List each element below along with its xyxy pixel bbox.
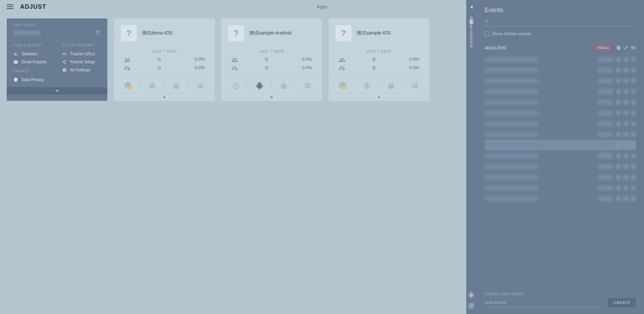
setup-header: SET UP YOUR APP	[62, 44, 101, 47]
edit-icon[interactable]	[624, 121, 628, 126]
event-name-redacted	[485, 175, 538, 180]
android-icon[interactable]	[468, 292, 474, 298]
create-event-button[interactable]: CREATE	[608, 298, 636, 307]
copy-icon[interactable]	[616, 68, 621, 72]
create-event-input[interactable]	[485, 298, 605, 307]
copy-icon[interactable]	[616, 78, 621, 83]
app-box[interactable]: ? 测试sample-Android LAST 7 DAYS 00.0%$00.…	[221, 18, 322, 101]
app-box[interactable]: ? 测试sample-IOS LAST 7 DAYS 00.0%$00.0%	[329, 18, 429, 101]
share-icon	[62, 60, 67, 64]
hide-icon[interactable]	[631, 143, 636, 147]
copy-icon[interactable]	[616, 143, 621, 147]
edit-icon[interactable]	[624, 164, 628, 169]
hide-icon[interactable]	[631, 132, 636, 137]
copy-icon[interactable]	[616, 186, 621, 190]
edit-icon[interactable]	[624, 186, 628, 190]
copy-icon[interactable]	[616, 196, 621, 201]
event-row[interactable]	[485, 193, 636, 204]
event-row[interactable]	[485, 150, 636, 161]
edit-icon[interactable]	[624, 196, 628, 201]
edit-icon[interactable]	[624, 89, 628, 94]
menu-data-privacy[interactable]: Data Privacy	[13, 76, 52, 84]
side-panel: 测试demo-Android Events Show hidden events…	[466, 0, 644, 314]
chevron-down-icon	[55, 90, 59, 92]
menu-tracker-urls[interactable]: Tracker URLs	[62, 50, 101, 58]
link-icon	[62, 52, 67, 56]
hide-icon[interactable]	[631, 121, 636, 126]
svg-text:$: $	[343, 68, 344, 70]
copy-icon[interactable]	[616, 57, 621, 62]
edit-icon[interactable]	[624, 57, 628, 62]
edit-icon[interactable]	[624, 153, 628, 158]
event-token-redacted	[598, 121, 613, 126]
page-title: Apps	[317, 4, 327, 9]
event-token-redacted	[598, 164, 613, 169]
events-search[interactable]	[485, 19, 636, 26]
event-row[interactable]	[485, 129, 636, 140]
edit-icon[interactable]	[624, 78, 628, 83]
stat-value: 0	[245, 65, 288, 70]
edit-icon[interactable]	[624, 175, 628, 180]
copy-icon[interactable]	[616, 100, 621, 105]
users-icon	[124, 57, 131, 62]
event-row[interactable]	[485, 118, 636, 129]
event-row[interactable]	[485, 65, 636, 75]
menu-email-reports[interactable]: Email Reports	[13, 58, 52, 66]
event-row[interactable]	[485, 140, 636, 150]
event-row[interactable]	[485, 54, 636, 65]
hide-icon[interactable]	[631, 175, 636, 180]
expand-button[interactable]	[329, 93, 429, 101]
menu-partner-setup[interactable]: Partner Setup	[62, 58, 101, 66]
copy-icon[interactable]	[616, 121, 621, 126]
app-box[interactable]: ? 测试demo-IOS LAST 7 DAYS 00.0%$00.0%	[114, 18, 215, 101]
show-hidden-checkbox[interactable]: Show hidden events	[485, 31, 636, 36]
hide-icon[interactable]	[631, 164, 636, 169]
edit-icon[interactable]	[624, 100, 628, 105]
edit-icon[interactable]	[624, 45, 628, 50]
copy-icon[interactable]	[616, 153, 621, 158]
edit-icon[interactable]	[624, 68, 628, 72]
event-row[interactable]	[485, 161, 636, 172]
help-icon[interactable]	[468, 303, 474, 309]
stat-value: 0	[138, 65, 181, 70]
event-token-redacted	[598, 110, 613, 116]
hide-icon[interactable]	[631, 68, 636, 72]
gear-icon	[62, 68, 67, 72]
copy-icon[interactable]	[96, 30, 101, 35]
hide-icon[interactable]	[631, 196, 636, 201]
menu-all-settings[interactable]: All Settings	[62, 66, 101, 74]
copy-icon[interactable]	[616, 89, 621, 94]
event-row[interactable]	[485, 97, 636, 108]
event-row[interactable]	[485, 75, 636, 86]
event-row[interactable]: abcd1258069bqas	[485, 41, 636, 54]
collapse-panel-icon[interactable]	[470, 5, 473, 9]
edit-icon[interactable]	[624, 143, 628, 147]
menu-statistics[interactable]: Statistics	[13, 50, 52, 58]
copy-icon[interactable]	[616, 132, 621, 137]
hide-icon[interactable]	[631, 111, 636, 115]
expand-button[interactable]	[114, 93, 215, 101]
side-tab-label[interactable]: 测试demo-Android	[468, 16, 474, 48]
hide-icon[interactable]	[631, 89, 636, 94]
collapse-button[interactable]	[7, 87, 107, 95]
event-row[interactable]	[485, 183, 636, 193]
copy-icon[interactable]	[616, 111, 621, 115]
event-token-redacted	[598, 78, 613, 83]
hide-icon[interactable]	[631, 45, 636, 50]
edit-icon[interactable]	[624, 132, 628, 137]
hamburger-menu-icon[interactable]	[7, 4, 13, 9]
copy-icon[interactable]	[616, 164, 621, 169]
event-row[interactable]	[485, 172, 636, 183]
hide-icon[interactable]	[631, 78, 636, 83]
hide-icon[interactable]	[631, 100, 636, 105]
hide-icon[interactable]	[631, 153, 636, 158]
event-row[interactable]	[485, 108, 636, 118]
edit-icon[interactable]	[624, 111, 628, 115]
copy-icon[interactable]	[616, 175, 621, 180]
copy-icon[interactable]	[616, 45, 621, 50]
expand-button[interactable]	[221, 93, 322, 101]
events-search-input[interactable]	[493, 19, 636, 24]
hide-icon[interactable]	[631, 186, 636, 190]
hide-icon[interactable]	[631, 57, 636, 62]
event-row[interactable]	[485, 86, 636, 97]
